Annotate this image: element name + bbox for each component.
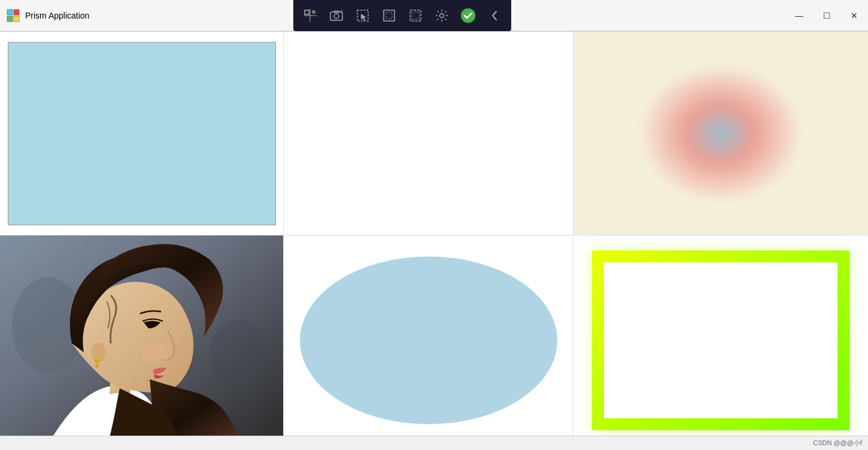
- toolbar: [293, 0, 511, 31]
- main-content: [0, 31, 868, 450]
- svg-rect-1: [14, 10, 19, 15]
- svg-rect-17: [412, 12, 419, 19]
- close-button[interactable]: ✕: [840, 0, 868, 31]
- svg-point-19: [461, 8, 475, 23]
- back-button[interactable]: [482, 4, 506, 28]
- title-bar-left: Prism Application: [6, 8, 89, 23]
- crosshair-button[interactable]: [298, 4, 322, 28]
- title-bar: Prism Application: [0, 0, 868, 31]
- svg-rect-15: [386, 13, 392, 19]
- cell-blue-rectangle: [0, 32, 284, 235]
- svg-rect-8: [330, 12, 342, 20]
- app-title: Prism Application: [25, 11, 89, 20]
- cell-portrait: [0, 235, 284, 445]
- blue-rectangle: [8, 42, 276, 225]
- cell-neon-box: [573, 235, 868, 445]
- cell-pink-blob: [573, 32, 868, 235]
- minimize-button[interactable]: —: [785, 0, 813, 31]
- rect-button[interactable]: [377, 4, 401, 28]
- status-right: CSDN @@@小f: [813, 439, 862, 448]
- pink-radial-blob: [643, 68, 799, 200]
- region-button[interactable]: [403, 4, 427, 28]
- cell-blue-ellipse: [284, 235, 573, 445]
- status-bar: CSDN @@@小f: [0, 436, 868, 450]
- svg-point-22: [210, 319, 269, 391]
- svg-point-7: [312, 11, 315, 13]
- svg-point-24: [142, 342, 172, 363]
- svg-point-26: [95, 364, 99, 368]
- restore-button[interactable]: ☐: [813, 0, 840, 31]
- svg-rect-14: [384, 10, 394, 21]
- neon-border-rectangle: [592, 250, 849, 430]
- svg-rect-2: [7, 16, 13, 22]
- svg-rect-0: [7, 10, 13, 15]
- svg-rect-3: [14, 16, 19, 22]
- window-controls: — ☐ ✕: [785, 0, 868, 31]
- camera-button[interactable]: [324, 4, 348, 28]
- svg-rect-4: [305, 10, 309, 14]
- portrait-svg: [0, 235, 284, 445]
- check-button[interactable]: [456, 4, 480, 28]
- svg-point-18: [440, 14, 444, 18]
- svg-marker-13: [361, 14, 366, 21]
- blue-ellipse-shape: [300, 256, 557, 424]
- settings-button[interactable]: [430, 4, 454, 28]
- cell-green-gradient: [284, 32, 573, 235]
- svg-point-25: [95, 359, 99, 364]
- app-icon: [6, 8, 20, 23]
- select-button[interactable]: [351, 4, 375, 28]
- svg-point-23: [92, 343, 106, 362]
- svg-point-9: [334, 14, 339, 19]
